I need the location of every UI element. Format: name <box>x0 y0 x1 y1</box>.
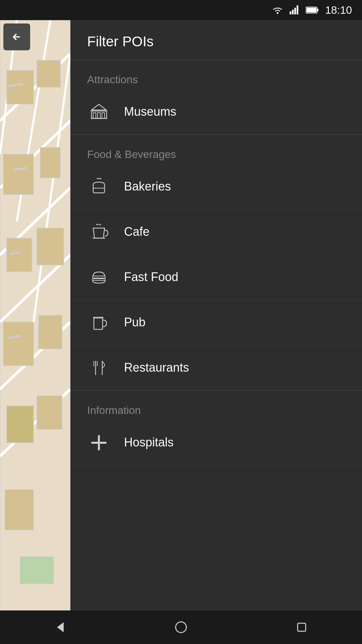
svg-rect-37 <box>102 113 105 118</box>
signal-icon <box>290 5 300 15</box>
svg-rect-43 <box>93 279 105 280</box>
hospital-icon <box>87 431 111 454</box>
svg-marker-50 <box>57 622 64 632</box>
svg-marker-38 <box>92 104 106 110</box>
bakeries-label: Bakeries <box>124 179 171 194</box>
bakery-icon <box>87 175 111 198</box>
map-area: Barna Style IMPREMTA Cold Eco Carmelitas <box>0 20 70 617</box>
nav-home-button[interactable] <box>161 615 201 639</box>
menu-item-fast-food[interactable]: Fast Food <box>70 255 362 300</box>
svg-rect-35 <box>93 113 96 118</box>
nav-home-icon <box>174 621 188 634</box>
wifi-icon <box>272 5 284 15</box>
svg-rect-1 <box>290 11 291 14</box>
nav-recents-button[interactable] <box>282 615 322 639</box>
filter-panel: Filter POIs Attractions Museums Food & B… <box>70 20 362 617</box>
svg-rect-4 <box>297 5 298 14</box>
panel-header: Filter POIs <box>70 20 362 60</box>
section-food: Food & Beverages <box>70 135 362 164</box>
pub-icon <box>87 311 111 334</box>
cafe-label: Cafe <box>124 225 149 239</box>
menu-item-cafe[interactable]: Cafe <box>70 209 362 255</box>
panel-title: Filter POIs <box>87 34 154 49</box>
museum-icon <box>87 100 111 123</box>
svg-rect-42 <box>93 276 105 278</box>
svg-rect-29 <box>20 557 54 584</box>
nav-recents-icon <box>295 621 308 634</box>
menu-item-pub[interactable]: Pub <box>70 300 362 345</box>
pub-label: Pub <box>124 315 145 329</box>
nav-back-icon <box>54 621 67 634</box>
svg-point-51 <box>176 622 186 633</box>
menu-item-restaurants[interactable]: Restaurants <box>70 345 362 390</box>
svg-rect-6 <box>317 9 318 11</box>
restaurant-icon <box>87 356 111 379</box>
svg-rect-27 <box>37 396 62 429</box>
svg-rect-3 <box>294 8 296 14</box>
section-title-food: Food & Beverages <box>87 148 176 160</box>
museums-label: Museums <box>124 105 176 119</box>
svg-rect-36 <box>98 113 100 118</box>
svg-rect-20 <box>3 154 34 195</box>
hospitals-label: Hospitals <box>124 435 174 449</box>
fastfood-icon <box>87 265 111 289</box>
svg-rect-26 <box>7 406 34 443</box>
bottom-nav <box>0 610 362 644</box>
svg-rect-19 <box>37 60 60 87</box>
section-title-information: Information <box>87 404 141 416</box>
svg-rect-23 <box>37 228 64 265</box>
cafe-icon <box>87 220 111 244</box>
svg-rect-2 <box>292 10 294 14</box>
menu-item-hospitals[interactable]: Hospitals <box>70 420 362 465</box>
map-svg: Barna Style IMPREMTA Cold Eco Carmelitas <box>0 20 70 617</box>
svg-rect-25 <box>39 315 62 349</box>
nav-back-button[interactable] <box>40 615 80 639</box>
fast-food-label: Fast Food <box>124 270 178 284</box>
restaurants-label: Restaurants <box>124 361 189 375</box>
menu-item-bakeries[interactable]: Bakeries <box>70 164 362 209</box>
svg-rect-21 <box>40 148 60 178</box>
back-button[interactable] <box>3 23 30 50</box>
status-bar: 18:10 <box>0 0 362 20</box>
svg-rect-24 <box>3 322 34 366</box>
section-attractions: Attractions <box>70 60 362 89</box>
battery-icon <box>306 6 319 14</box>
back-arrow-icon <box>10 30 23 44</box>
svg-rect-52 <box>298 623 306 631</box>
svg-rect-28 <box>5 490 34 530</box>
status-icons: 18:10 <box>272 4 352 16</box>
status-time: 18:10 <box>325 4 352 16</box>
svg-point-0 <box>277 12 278 14</box>
section-title-attractions: Attractions <box>87 73 138 86</box>
menu-item-museums[interactable]: Museums <box>70 89 362 135</box>
section-information: Information <box>70 391 362 420</box>
svg-rect-7 <box>306 8 316 12</box>
